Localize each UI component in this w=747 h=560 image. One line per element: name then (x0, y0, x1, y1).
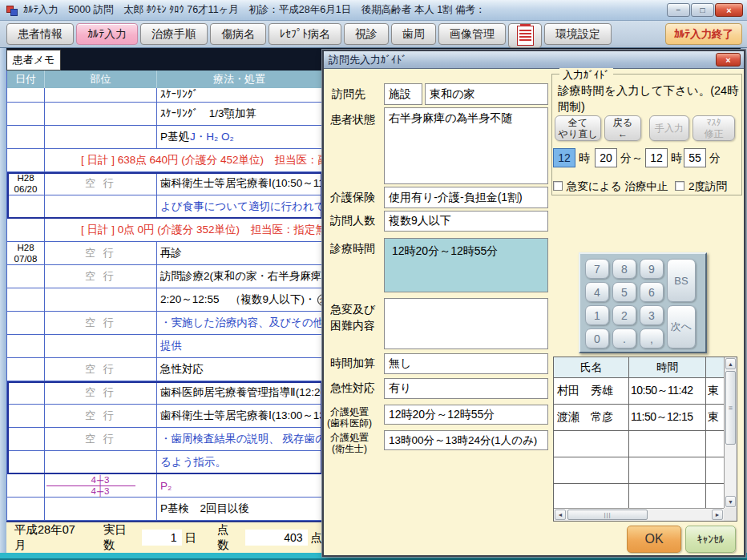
emergency-content-field[interactable] (384, 298, 548, 349)
minimize-icon[interactable]: − (667, 3, 690, 17)
care-insurance-field[interactable]: 使用有り-介護-負担金(1割) (384, 187, 548, 208)
scroll-left-icon[interactable]: ◄ (555, 510, 566, 520)
table-row-daily-total[interactable]: [ 日計 ] 0点 0円 (介護分 352単位) 担当医：指定無 (7, 219, 322, 242)
master-edit-button[interactable]: ﾏｽﾀ 修正 (692, 115, 735, 141)
visit-row[interactable]: 村田 秀雄 10:50～11:42 東 (554, 378, 737, 405)
table-row[interactable]: 空 行 急性対応 (7, 358, 322, 381)
patient-condition-field[interactable]: 右半身麻痺の為半身不随 (384, 107, 548, 184)
tab-perio[interactable]: 歯周 (391, 23, 436, 45)
backspace-key[interactable]: BS (667, 259, 696, 302)
key-3[interactable]: 3 (640, 305, 664, 325)
care-treatment-hygienist-field[interactable]: 13時00分～13時24分(1人のみ) (384, 430, 548, 450)
table-row[interactable]: ｽｹｰﾘﾝｸﾞ 1/3顎加算 (7, 103, 322, 126)
part-cell: 空 行 (45, 405, 157, 427)
key-8[interactable]: 8 (612, 259, 636, 279)
tab-image-management[interactable]: 画像管理 (438, 23, 506, 45)
treatment-time-field[interactable]: 12時20分～12時55分 (384, 238, 548, 292)
table-row-tooth[interactable]: 4┼3 4┼3 P₂ (7, 474, 322, 498)
acute-response-field[interactable]: 有り (384, 378, 548, 399)
tab-patient-info[interactable]: 患者情報 (6, 23, 74, 45)
visit-row-empty[interactable] (554, 457, 737, 484)
tab-visual-exam[interactable]: 視診 (344, 23, 389, 45)
karte-exit-button[interactable]: ｶﾙﾃ入力終了 (665, 23, 742, 45)
cancel-button[interactable]: ｷｬﾝｾﾙ (685, 526, 736, 553)
tab-treatment-procedure[interactable]: 治療手順 (140, 23, 208, 45)
key-2[interactable]: 2 (612, 305, 636, 325)
vertical-scrollbar[interactable]: ▲ ≡ ▼ (724, 357, 737, 508)
table-row[interactable]: 空 行 訪問診療2(東和の家・右半身麻痺の為 (7, 265, 322, 288)
part-cell (45, 195, 157, 218)
key-comma[interactable]: , (640, 328, 664, 348)
table-row[interactable]: 空 行 ・歯周検査結果の説明、 残存歯の清掃 (7, 428, 322, 451)
manual-input-button[interactable]: 手入力 (649, 115, 689, 141)
key-1[interactable]: 1 (585, 305, 609, 325)
table-row[interactable]: 空 行 歯科医師居宅療養管理指導Ⅱ(12:20～ (7, 381, 322, 405)
end-minute-unit: 分 (709, 151, 721, 166)
window-titlebar: ｶﾙﾃ入力 5000 訪問 太郎 ﾎｳﾓﾝ ﾀﾛｳ 76才11ヶ月 初診：平成2… (0, 0, 747, 21)
key-period[interactable]: . (612, 328, 636, 348)
patient-memo-tab[interactable]: 患者メモ (6, 50, 61, 71)
table-row[interactable]: 2:20～12:55 （複数9人以下)・ 介 (7, 288, 322, 312)
visit-count-label: 訪問人数 (330, 214, 375, 228)
treatment-cell: P基検 2回目以後 (157, 498, 322, 520)
time-addition-field[interactable]: 無し (384, 353, 548, 374)
table-row[interactable]: H28 07/08 空 行 再診 (7, 242, 322, 265)
daily-total-text: [ 日計 ] 638点 640円 (介護分 452単位) 担当医：副 (45, 149, 322, 171)
tabs-row: 患者情報 ｶﾙﾃ入力 治療手順 傷病名 ﾚｾﾌﾟﾄ病名 視診 歯周 画像管理 環… (6, 23, 612, 48)
visit-table-header: 氏名 時間 (554, 357, 737, 378)
scroll-right-icon[interactable]: ► (712, 510, 723, 520)
end-hour-field[interactable]: 12 (645, 148, 668, 167)
visit-destination-type-field[interactable]: 施設 (384, 83, 422, 105)
treatment-stop-checkbox[interactable] (553, 181, 563, 191)
visit-count-field[interactable]: 複数9人以下 (384, 211, 548, 232)
document-button[interactable] (508, 23, 542, 48)
dialog-titlebar[interactable]: 訪問先入力ｶﾞｲﾄﾞ (324, 51, 744, 69)
table-row[interactable]: 空 行 歯科衛生士等居宅療養Ⅰ(13:00～13 (7, 405, 322, 428)
header-treatment: 療法・処置 (157, 71, 322, 88)
back-button[interactable]: 戻る ← (604, 115, 641, 141)
visit-row-empty[interactable] (554, 431, 737, 457)
key-7[interactable]: 7 (585, 259, 609, 279)
close-icon[interactable]: × (715, 3, 743, 17)
start-hour-field[interactable]: 12 (553, 148, 575, 167)
patient-condition-label: 患者状態 (330, 113, 375, 127)
end-minute-field[interactable]: 55 (684, 148, 706, 167)
part-cell (45, 498, 157, 520)
table-row[interactable]: P基処 J・H₂ O₂ (7, 126, 322, 149)
tab-disease-name[interactable]: 傷病名 (210, 23, 266, 45)
vertical-scroll-thumb[interactable]: ≡ (725, 371, 736, 445)
care-treatment-dentist-field[interactable]: 12時20分～12時55分 (384, 405, 548, 425)
table-row[interactable]: H28 06/20 空 行 歯科衛生士等居宅療養Ⅰ(10:50～11 (7, 172, 322, 195)
scroll-down-icon[interactable]: ▼ (725, 496, 736, 507)
start-minute-field[interactable]: 20 (595, 148, 617, 167)
key-4[interactable]: 4 (585, 282, 609, 302)
table-row[interactable]: 空 行 ・実施した治療内容、及びその他療養 (7, 312, 322, 335)
scroll-up-icon[interactable]: ▲ (725, 358, 736, 369)
second-visit-checkbox[interactable] (675, 181, 684, 191)
visit-input-guide-dialog: 訪問先入力ｶﾞｲﾄﾞ × 訪問先 施設 東和の家 患者状態 右半身麻痺の為半身不… (322, 50, 745, 557)
table-row-daily-total[interactable]: [ 日計 ] 638点 640円 (介護分 452単位) 担当医：副 (7, 149, 322, 172)
tooth-notation: 4┼3 4┼3 (45, 474, 157, 497)
table-row[interactable]: よび食事について適切に行われている (7, 195, 322, 219)
redo-all-button[interactable]: 全て やり直し (555, 115, 601, 141)
horizontal-scrollbar[interactable]: ◄ ||| ► (554, 508, 724, 521)
key-0[interactable]: 0 (585, 328, 609, 348)
table-row[interactable]: P基検 2回目以後 (7, 498, 322, 521)
horizontal-scroll-thumb[interactable]: ||| (567, 510, 648, 520)
maximize-icon[interactable]: □ (691, 3, 714, 17)
visit-row[interactable]: 渡瀬 常彦 11:50～12:15 東 (554, 405, 737, 431)
table-row[interactable]: るよう指示。 (7, 451, 322, 474)
next-key[interactable]: 次へ (667, 305, 696, 348)
tab-receipt-disease-name[interactable]: ﾚｾﾌﾟﾄ病名 (269, 23, 341, 45)
ok-button[interactable]: OK (627, 526, 681, 553)
visit-row-empty[interactable] (554, 484, 737, 510)
dialog-close-icon[interactable]: × (716, 53, 741, 66)
visit-destination-name-field[interactable]: 東和の家 (425, 83, 548, 105)
key-9[interactable]: 9 (640, 259, 664, 279)
tab-karte-input[interactable]: ｶﾙﾃ入力 (76, 23, 138, 45)
table-row[interactable]: 提供 (7, 335, 322, 358)
key-5[interactable]: 5 (612, 282, 636, 302)
key-6[interactable]: 6 (640, 282, 664, 302)
table-row[interactable]: ｽｹｰﾘﾝｸﾞ (7, 88, 322, 103)
tab-environment-settings[interactable]: 環境設定 (544, 23, 612, 45)
